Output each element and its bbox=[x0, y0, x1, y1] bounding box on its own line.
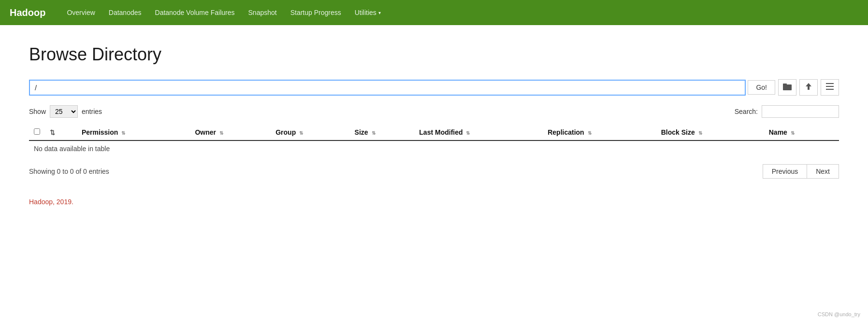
sort-owner-icon: ⇅ bbox=[219, 130, 223, 136]
list-icon bbox=[826, 83, 834, 92]
brand-logo: Hadoop bbox=[10, 7, 45, 18]
col-size[interactable]: Size ⇅ bbox=[350, 125, 415, 140]
main-content: Browse Directory Go! bbox=[0, 25, 868, 322]
upload-icon-button[interactable] bbox=[799, 79, 818, 96]
previous-button[interactable]: Previous bbox=[763, 164, 807, 179]
sort-group-icon: ⇅ bbox=[299, 130, 303, 136]
nav-link-startup-progress[interactable]: Startup Progress bbox=[284, 0, 348, 25]
col-replication[interactable]: Replication ⇅ bbox=[543, 125, 656, 140]
svg-marker-2 bbox=[806, 83, 811, 90]
show-row: Show 10 25 50 100 entries Search: bbox=[29, 105, 839, 118]
watermark: CSDN @undo_try bbox=[818, 311, 860, 317]
search-control: Search: bbox=[735, 105, 839, 118]
nav-utilities-dropdown[interactable]: Utilities ▾ bbox=[348, 9, 388, 16]
sort-size-icon: ⇅ bbox=[372, 130, 376, 136]
col-name[interactable]: Name ⇅ bbox=[764, 125, 839, 140]
sort-name-icon: ⇅ bbox=[791, 130, 795, 136]
svg-rect-3 bbox=[826, 83, 834, 84]
list-icon-button[interactable] bbox=[821, 79, 839, 96]
svg-rect-4 bbox=[826, 86, 834, 87]
search-label: Search: bbox=[735, 108, 758, 115]
entries-select[interactable]: 10 25 50 100 bbox=[50, 105, 78, 118]
path-input[interactable] bbox=[29, 80, 746, 96]
navbar: Hadoop Overview Datanodes Datanode Volum… bbox=[0, 0, 868, 25]
sort-replication-icon: ⇅ bbox=[588, 130, 592, 136]
footer-text: Hadoop, 2019. bbox=[29, 198, 73, 206]
sort-block-size-icon: ⇅ bbox=[698, 130, 702, 136]
page-title: Browse Directory bbox=[29, 44, 839, 65]
col-group[interactable]: Group ⇅ bbox=[271, 125, 349, 140]
entries-control: Show 10 25 50 100 entries bbox=[29, 105, 102, 118]
nav-link-datanodes[interactable]: Datanodes bbox=[102, 0, 148, 25]
col-permission[interactable]: Permission ⇅ bbox=[77, 125, 190, 140]
nav-link-snapshot[interactable]: Snapshot bbox=[242, 0, 284, 25]
folder-icon-button[interactable] bbox=[778, 79, 796, 96]
sort-all-icon: ⇅ bbox=[50, 129, 55, 136]
svg-rect-5 bbox=[826, 89, 834, 90]
folder-icon bbox=[783, 83, 792, 92]
sort-last-modified-icon: ⇅ bbox=[466, 130, 470, 136]
upload-icon bbox=[805, 83, 812, 92]
table-empty-message: No data available in table bbox=[29, 140, 839, 156]
select-all-checkbox[interactable] bbox=[34, 128, 40, 135]
nav-link-datanode-volume-failures[interactable]: Datanode Volume Failures bbox=[148, 0, 242, 25]
entries-label: entries bbox=[82, 108, 102, 115]
svg-rect-1 bbox=[783, 84, 787, 85]
col-last-modified[interactable]: Last Modified ⇅ bbox=[414, 125, 543, 140]
directory-table: ⇅ Permission ⇅ Owner ⇅ Group ⇅ Size ⇅ bbox=[29, 125, 839, 156]
table-empty-row: No data available in table bbox=[29, 140, 839, 156]
footer: Hadoop, 2019. bbox=[29, 198, 839, 206]
col-sort-icon[interactable]: ⇅ bbox=[45, 125, 77, 140]
path-row: Go! bbox=[29, 79, 839, 96]
show-label: Show bbox=[29, 108, 46, 115]
select-all-col bbox=[29, 125, 45, 140]
search-input[interactable] bbox=[762, 105, 839, 118]
go-button[interactable]: Go! bbox=[748, 80, 775, 95]
next-button[interactable]: Next bbox=[807, 164, 839, 179]
pagination-row: Showing 0 to 0 of 0 entries Previous Nex… bbox=[29, 164, 839, 179]
nav-link-overview[interactable]: Overview bbox=[60, 0, 101, 25]
col-owner[interactable]: Owner ⇅ bbox=[190, 125, 271, 140]
col-block-size[interactable]: Block Size ⇅ bbox=[656, 125, 764, 140]
pagination-buttons: Previous Next bbox=[763, 164, 839, 179]
pagination-info: Showing 0 to 0 of 0 entries bbox=[29, 168, 109, 175]
utilities-caret-icon: ▾ bbox=[378, 10, 381, 15]
sort-permission-icon: ⇅ bbox=[121, 130, 125, 136]
table-header-row: ⇅ Permission ⇅ Owner ⇅ Group ⇅ Size ⇅ bbox=[29, 125, 839, 140]
